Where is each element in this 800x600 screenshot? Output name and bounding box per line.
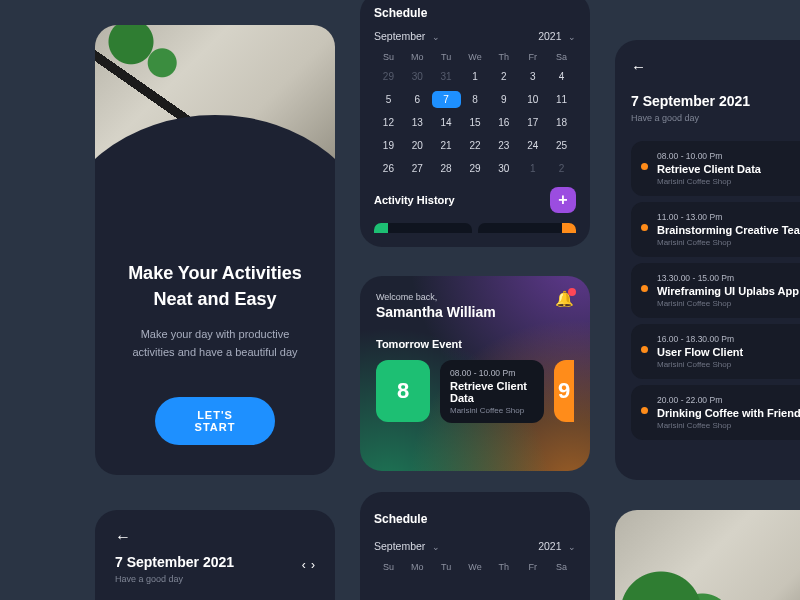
chevron-down-icon: ⌄: [565, 542, 576, 552]
event-location: Marisini Coffee Shop: [657, 177, 800, 186]
calendar-day[interactable]: 14: [432, 114, 461, 131]
calendar-dow: Mo: [403, 562, 432, 572]
calendar-dow: Th: [489, 562, 518, 572]
calendar-day[interactable]: 12: [374, 114, 403, 131]
calendar-day[interactable]: 18: [547, 114, 576, 131]
event-title: Wireframing UI Uplabs App: [657, 285, 800, 297]
calendar-day[interactable]: 28: [432, 160, 461, 177]
calendar-day[interactable]: 7: [432, 91, 461, 108]
calendar-day[interactable]: 21: [432, 137, 461, 154]
event-location: Marisini Coffee Shop: [657, 360, 800, 369]
schedule-title: Schedule: [374, 512, 576, 526]
date-subtitle: Have a good day: [115, 574, 315, 584]
calendar-day[interactable]: 30: [403, 68, 432, 85]
calendar-day[interactable]: 9: [489, 91, 518, 108]
notification-bell-icon[interactable]: 🔔: [555, 290, 574, 308]
calendar-day[interactable]: 22: [461, 137, 490, 154]
calendar-day[interactable]: 30: [489, 160, 518, 177]
add-activity-button[interactable]: +: [550, 187, 576, 213]
calendar-dow: Sa: [547, 52, 576, 62]
calendar-day[interactable]: 24: [518, 137, 547, 154]
event-item[interactable]: 13.30.00 - 15.00 PmWireframing UI Uplabs…: [631, 263, 800, 318]
event-date-cube-next[interactable]: 9: [554, 360, 574, 422]
calendar-dow: Su: [374, 562, 403, 572]
hero-image: [95, 25, 335, 235]
calendar-day[interactable]: 15: [461, 114, 490, 131]
tomorrow-event-label: Tomorrow Event: [376, 338, 574, 350]
event-item[interactable]: 16.00 - 18.30.00 PmUser Flow ClientMaris…: [631, 324, 800, 379]
date-heading: 7 September 2021: [631, 93, 800, 109]
home-card: Welcome back, Samantha William 🔔 Tomorro…: [360, 276, 590, 471]
calendar-day[interactable]: 20: [403, 137, 432, 154]
calendar-day[interactable]: 6: [403, 91, 432, 108]
calendar-day[interactable]: 29: [374, 68, 403, 85]
calendar-day[interactable]: 4: [547, 68, 576, 85]
event-time: 08.00 - 10.00 Pm: [450, 368, 534, 378]
calendar-day[interactable]: 26: [374, 160, 403, 177]
event-title: Retrieve Client Data: [657, 163, 800, 175]
event-location: Marisini Coffee Shop: [657, 299, 800, 308]
calendar-day[interactable]: 23: [489, 137, 518, 154]
calendar-dow-row: SuMoTuWeThFrSa: [374, 562, 576, 572]
chevron-down-icon: ⌄: [565, 32, 576, 42]
calendar-day[interactable]: 19: [374, 137, 403, 154]
next-day-icon[interactable]: ›: [311, 558, 315, 572]
calendar-day[interactable]: 1: [518, 160, 547, 177]
event-item[interactable]: 11.00 - 13.00 PmBrainstorming Creative T…: [631, 202, 800, 257]
calendar-day[interactable]: 1: [461, 68, 490, 85]
onboarding-title: Make Your Activities Neat and Easy: [119, 260, 311, 312]
event-date-cube[interactable]: 8: [376, 360, 430, 422]
welcome-label: Welcome back,: [376, 292, 574, 302]
calendar-day[interactable]: 11: [547, 91, 576, 108]
event-location: Marisini Coffee Shop: [657, 238, 800, 247]
event-title: Retrieve Client Data: [450, 380, 534, 404]
event-item[interactable]: 08.00 - 10.00 PmRetrieve Client DataMari…: [631, 141, 800, 196]
chevron-down-icon: ⌄: [429, 542, 440, 552]
calendar-day[interactable]: 17: [518, 114, 547, 131]
calendar-day[interactable]: 13: [403, 114, 432, 131]
month-picker[interactable]: September ⌄: [374, 30, 440, 42]
calendar-day[interactable]: 3: [518, 68, 547, 85]
event-title: Brainstorming Creative Team: [657, 224, 800, 236]
activity-history-label: Activity History: [374, 194, 455, 206]
calendar-day[interactable]: 10: [518, 91, 547, 108]
calendar-day[interactable]: 27: [403, 160, 432, 177]
calendar-day[interactable]: 8: [461, 91, 490, 108]
calendar-day[interactable]: 29: [461, 160, 490, 177]
date-heading: 7 September 2021: [115, 554, 315, 570]
event-location: Marisini Coffee Shop: [450, 406, 534, 415]
day-detail-stub: ← 7 September 2021 Have a good day ‹ ›: [95, 510, 335, 600]
schedule-card-peek: Schedule September ⌄ 2021 ⌄ SuMoTuWeThFr…: [360, 492, 590, 600]
event-time: 16.00 - 18.30.00 Pm: [657, 334, 800, 344]
calendar-dow: Tu: [432, 562, 461, 572]
calendar-day[interactable]: 2: [547, 160, 576, 177]
prev-day-icon[interactable]: ‹: [302, 558, 306, 572]
calendar-dow: Fr: [518, 52, 547, 62]
calendar-day[interactable]: 16: [489, 114, 518, 131]
calendar-dow: Su: [374, 52, 403, 62]
event-item[interactable]: 20.00 - 22.00 PmDrinking Coffee with Fri…: [631, 385, 800, 440]
activity-cards-peek: [374, 223, 576, 233]
calendar-dow: We: [461, 562, 490, 572]
year-picker[interactable]: 2021 ⌄: [538, 540, 576, 552]
month-picker[interactable]: September ⌄: [374, 540, 440, 552]
calendar-day[interactable]: 5: [374, 91, 403, 108]
day-nav: ‹ ›: [300, 558, 315, 572]
lets-start-button[interactable]: LET'S START: [155, 397, 275, 445]
calendar-day[interactable]: 2: [489, 68, 518, 85]
event-title: Drinking Coffee with Friends: [657, 407, 800, 419]
calendar-day[interactable]: 25: [547, 137, 576, 154]
user-name: Samantha William: [376, 304, 574, 320]
back-arrow-icon[interactable]: ←: [631, 58, 646, 75]
chevron-down-icon: ⌄: [429, 32, 440, 42]
date-subtitle: Have a good day: [631, 113, 800, 123]
onboarding-subtitle: Make your day with productive activities…: [119, 326, 311, 361]
calendar-dow: Fr: [518, 562, 547, 572]
event-title: User Flow Client: [657, 346, 800, 358]
schedule-card: Schedule September ⌄ 2021 ⌄ SuMoTuWeThFr…: [360, 0, 590, 247]
calendar-grid: SuMoTuWeThFrSa29303112345678910111213141…: [374, 52, 576, 177]
back-arrow-icon[interactable]: ←: [115, 528, 131, 546]
event-card[interactable]: 08.00 - 10.00 Pm Retrieve Client Data Ma…: [440, 360, 544, 423]
calendar-day[interactable]: 31: [432, 68, 461, 85]
year-picker[interactable]: 2021 ⌄: [538, 30, 576, 42]
